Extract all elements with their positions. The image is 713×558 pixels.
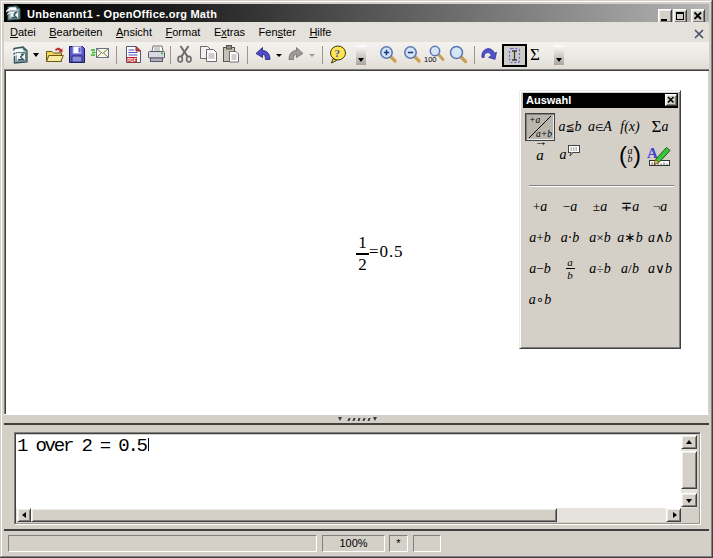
svg-text:PDF: PDF	[127, 58, 136, 63]
svg-text:?: ?	[335, 47, 341, 59]
svg-text:100: 100	[424, 55, 437, 64]
